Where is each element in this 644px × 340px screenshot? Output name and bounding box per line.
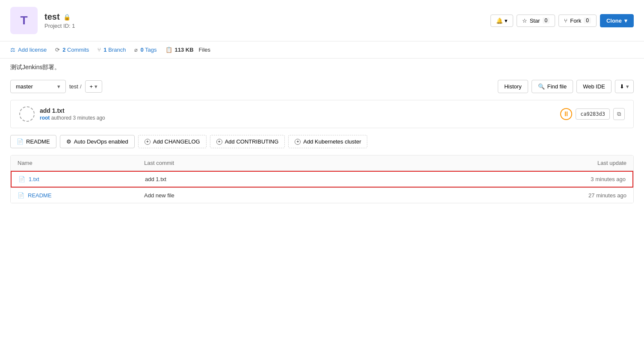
copy-hash-button[interactable]: ⧉ [613, 108, 625, 120]
quick-actions: 📄 README ⚙ Auto DevOps enabled + Add CHA… [0, 135, 644, 155]
table-row: 📄 README Add new file 27 minutes ago [11, 188, 633, 203]
plus-circle-icon: + [145, 139, 151, 145]
kubernetes-label: Add Kubernetes cluster [303, 138, 361, 145]
bell-icon: 🔔 [496, 18, 503, 24]
download-icon: ⬇ [620, 83, 624, 90]
add-file-button[interactable]: + ▾ [85, 80, 103, 93]
commit-details: add 1.txt root authored 3 minutes ago [40, 107, 105, 121]
project-name: test [44, 12, 60, 22]
commit-message: add 1.txt [40, 107, 105, 114]
find-file-button[interactable]: 🔍 Find file [532, 80, 573, 93]
add-changelog-button[interactable]: + Add CHANGELOG [138, 135, 207, 148]
add-contributing-button[interactable]: + Add CONTRIBUTING [210, 135, 285, 148]
tags-link[interactable]: 0 Tags [140, 47, 157, 53]
files-stat: 📋 113 KB Files [165, 47, 211, 53]
description: 测试Jenkins部署。 [0, 59, 644, 80]
file-time-1: 3 minutes ago [591, 176, 626, 182]
file-name-link[interactable]: 📄 1.txt [18, 176, 138, 182]
fork-count: 0 [584, 18, 591, 23]
find-file-label: Find file [547, 83, 567, 90]
fork-icon: ⑂ [564, 18, 567, 24]
web-ide-label: Web IDE [583, 83, 605, 90]
fork-label: Fork [570, 18, 581, 24]
star-count: 0 [543, 18, 550, 23]
branch-chevron-icon: ▾ [57, 83, 60, 90]
path-separator: / [80, 83, 82, 90]
gear-icon: ⚙ [66, 138, 71, 145]
branches-link[interactable]: 1 Branch [103, 47, 126, 53]
table-row: 📄 1.txt add 1.txt 3 minutes ago [11, 171, 633, 188]
file-commit-1: add 1.txt [145, 176, 584, 182]
readme-label: README [26, 138, 50, 145]
commit-left: add 1.txt root authored 3 minutes ago [19, 106, 105, 122]
branches-stat: ⑂ 1 Branch [97, 47, 126, 53]
star-label: Star [530, 18, 540, 24]
commits-label: Commits [67, 47, 89, 53]
header: T test 🔒 Project ID: 1 🔔 ▾ ☆ Star 0 ⑂ Fo… [0, 0, 644, 41]
avatar: T [10, 7, 38, 34]
file-table-header: Name Last commit Last update [11, 155, 633, 171]
tags-count: 0 [140, 47, 143, 53]
history-button[interactable]: History [498, 80, 528, 93]
col-update-header: Last update [597, 160, 626, 166]
devops-button[interactable]: ⚙ Auto DevOps enabled [60, 135, 135, 148]
add-chevron-icon: ▾ [95, 83, 97, 90]
clone-chevron: ▾ [624, 18, 627, 24]
web-ide-button[interactable]: Web IDE [576, 80, 612, 93]
commit-avatar [19, 106, 35, 122]
more-chevron-icon: ▾ [626, 83, 629, 90]
commit-right: ⏸ ca9283d3 ⧉ [560, 108, 625, 120]
branches-count: 1 [103, 47, 106, 53]
commit-author-link[interactable]: root [40, 115, 50, 121]
commit-info-box: add 1.txt root authored 3 minutes ago ⏸ … [10, 100, 634, 128]
header-actions: 🔔 ▾ ☆ Star 0 ⑂ Fork 0 Clone ▾ [490, 14, 634, 27]
file-name-link-readme[interactable]: 📄 README [18, 192, 137, 199]
readme-button[interactable]: 📄 README [10, 135, 56, 148]
lock-icon: 🔒 [63, 14, 71, 21]
file-table: Name Last commit Last update 📄 1.txt add… [10, 155, 634, 203]
more-options-button[interactable]: ⬇ ▾ [615, 80, 634, 93]
license-icon: ⚖ [10, 47, 15, 53]
clone-button[interactable]: Clone ▾ [600, 14, 634, 27]
stats-bar: ⚖ Add license ⟳ 2 Commits ⑂ 1 Branch ⌀ 0… [0, 41, 644, 59]
files-label: Files [199, 47, 210, 53]
changelog-label: Add CHANGELOG [153, 138, 200, 145]
add-kubernetes-button[interactable]: + Add Kubernetes cluster [288, 135, 367, 148]
file-icon-1: 📄 [18, 176, 25, 182]
branch-name: master [16, 83, 33, 90]
commit-hash-button[interactable]: ca9283d3 [576, 108, 610, 120]
commit-hash: ca9283d3 [580, 111, 605, 117]
tags-icon: ⌀ [134, 47, 138, 53]
notification-button[interactable]: 🔔 ▾ [490, 15, 513, 27]
star-button[interactable]: ☆ Star 0 [517, 15, 555, 27]
repo-controls-left: master ▾ test / + ▾ [10, 80, 102, 93]
commit-authored-text: authored 3 minutes ago [51, 115, 105, 121]
contributing-label: Add CONTRIBUTING [225, 138, 279, 145]
pipeline-status-icon: ⏸ [560, 108, 572, 120]
file-time-readme: 27 minutes ago [588, 192, 626, 199]
project-id: Project ID: 1 [44, 23, 484, 29]
notification-chevron: ▾ [505, 18, 508, 24]
repo-controls: master ▾ test / + ▾ History 🔍 Find file … [0, 80, 644, 100]
branch-icon: ⑂ [97, 47, 101, 53]
files-size: 113 KB [175, 47, 194, 53]
plus-icon: + [90, 83, 93, 90]
plus-circle-icon3: + [295, 139, 301, 145]
path-root: test [69, 83, 78, 90]
commits-icon: ⟳ [55, 47, 60, 53]
file-icon: 📄 [17, 138, 24, 145]
file-icon-readme: 📄 [18, 192, 24, 199]
project-info: test 🔒 Project ID: 1 [44, 12, 484, 29]
history-label: History [504, 83, 521, 90]
commit-meta: root authored 3 minutes ago [40, 115, 105, 121]
file-commit-readme: Add new file [144, 192, 582, 199]
branches-label: Branch [108, 47, 126, 53]
search-icon: 🔍 [538, 83, 545, 90]
commits-link[interactable]: 2 Commits [62, 47, 89, 53]
fork-button[interactable]: ⑂ Fork 0 [558, 15, 597, 27]
col-commit-header: Last commit [144, 160, 591, 166]
repo-controls-right: History 🔍 Find file Web IDE ⬇ ▾ [498, 80, 634, 93]
devops-label: Auto DevOps enabled [74, 138, 128, 145]
branch-select[interactable]: master ▾ [10, 80, 66, 93]
add-license-link[interactable]: Add license [18, 47, 47, 53]
